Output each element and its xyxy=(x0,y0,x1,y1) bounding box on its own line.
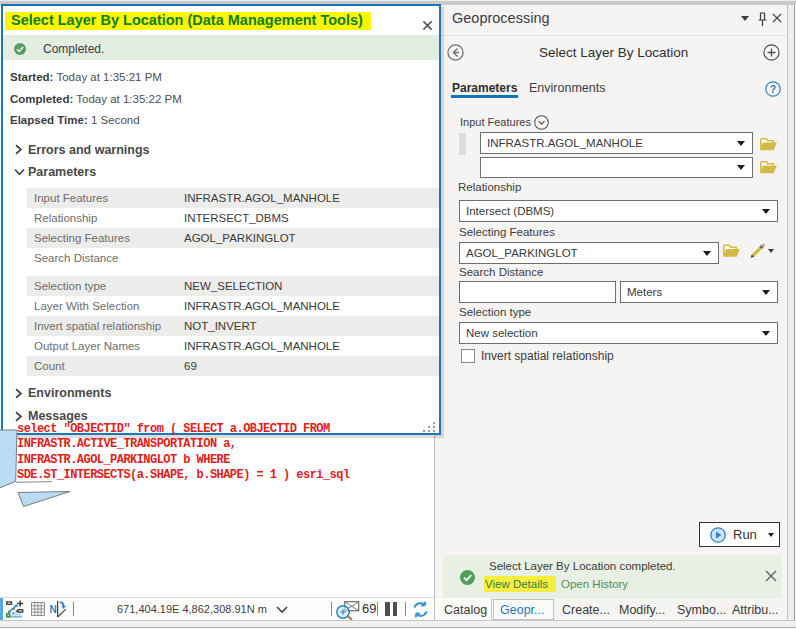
svg-text:?: ? xyxy=(770,83,776,95)
svg-text:N: N xyxy=(50,604,57,615)
